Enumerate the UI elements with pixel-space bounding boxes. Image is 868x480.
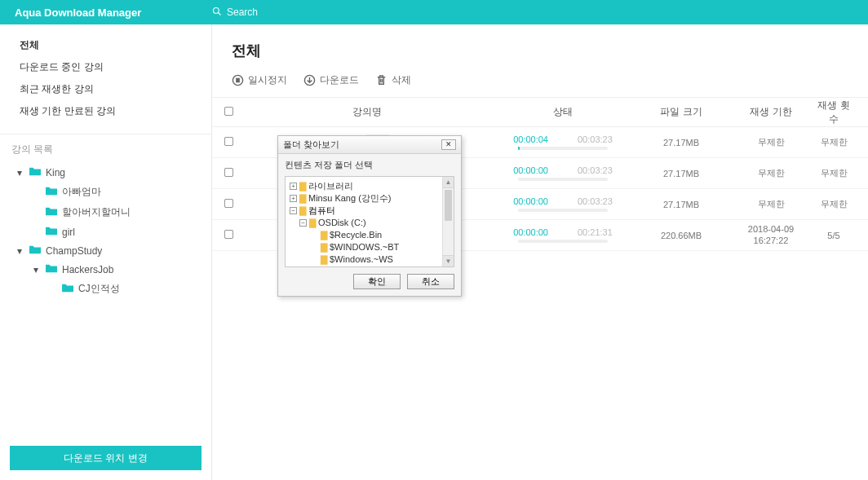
svg-point-0 (214, 7, 219, 13)
chevron-down-icon: ▾ (15, 167, 24, 178)
tree-node-king-child[interactable]: girl (0, 222, 211, 241)
tree-label: ChampStudy (46, 245, 102, 257)
folder-tree: ▾ King 아빠엄마 할아버지할머니 girl ▾ ChampStudy (0, 163, 211, 299)
total-time: 00:03:23 (578, 134, 613, 144)
file-size: 220.66MB (636, 231, 726, 240)
tree-node-king-child[interactable]: 아빠엄마 (0, 182, 211, 202)
file-size: 27.17MB (636, 138, 726, 148)
row-checkbox[interactable] (224, 137, 232, 146)
change-download-location-button[interactable]: 다운로드 위치 변경 (10, 446, 202, 470)
col-due: 재생 기한 (726, 106, 816, 117)
pause-label: 일시정지 (248, 73, 287, 87)
total-time: 00:03:23 (578, 165, 613, 175)
current-time: 00:00:04 (513, 134, 548, 144)
delete-button[interactable]: 삭제 (375, 73, 411, 87)
current-time: 00:00:00 (513, 227, 548, 237)
dialog-title: 폴더 찾아보기 (283, 139, 339, 151)
dlg-node-folder[interactable]: ▇$Windows.~WS (288, 253, 451, 266)
row-checkbox[interactable] (224, 199, 232, 208)
pause-button[interactable]: 일시정지 (232, 73, 287, 87)
progress-bar (518, 147, 608, 150)
tree-label: HackersJob (62, 264, 113, 275)
row-checkbox[interactable] (224, 230, 232, 239)
dlg-node-folder[interactable]: ▇$WINDOWS.~BT (288, 241, 451, 253)
folder-icon (29, 244, 41, 257)
col-status: 상태 (489, 105, 636, 119)
tree-node-king[interactable]: ▾ King (0, 163, 211, 182)
nav-list: 전체 다운로드 중인 강의 최근 재생한 강의 재생 기한 만료된 강의 (0, 24, 211, 134)
dlg-node-computer[interactable]: −▇컴퓨터 (288, 205, 451, 217)
folder-icon (46, 263, 57, 275)
progress-bar (518, 178, 608, 181)
page-title: 전체 (212, 24, 868, 73)
tree-label: 할아버지할머니 (62, 205, 131, 219)
tree-node-cj[interactable]: CJ인적성 (0, 279, 211, 299)
row-checkbox[interactable] (224, 168, 232, 177)
download-label: 다운로드 (320, 73, 359, 87)
folder-icon (62, 283, 73, 295)
svg-line-1 (219, 12, 221, 15)
svg-rect-3 (236, 78, 240, 83)
download-button[interactable]: 다운로드 (303, 73, 359, 87)
tree-label: CJ인적성 (78, 282, 120, 296)
col-count: 재생 횟수 (816, 99, 868, 126)
dialog-subtitle: 컨텐츠 저장 폴더 선택 (278, 154, 461, 176)
tree-label: 아빠엄마 (62, 185, 101, 199)
pause-icon (232, 74, 244, 86)
play-count: 무제한 (816, 136, 868, 148)
play-count: 무제한 (816, 167, 868, 179)
col-size: 파일 크기 (636, 105, 726, 119)
dlg-node-libraries[interactable]: +▇라이브러리 (288, 180, 451, 192)
toolbar: 일시정지 다운로드 삭제 (212, 73, 868, 98)
total-time: 00:03:23 (578, 196, 613, 206)
tree-node-king-child[interactable]: 할아버지할머니 (0, 202, 211, 222)
table-header: 강의명 상태 파일 크기 재생 기한 재생 횟수 (212, 98, 868, 127)
dlg-node-osdisk[interactable]: −▇OSDisk (C:) (288, 217, 451, 229)
dlg-node-user[interactable]: +▇Minsu Kang (강민수) (288, 192, 451, 205)
file-size: 27.17MB (636, 200, 726, 209)
tree-node-hackers[interactable]: ▾ HackersJob (0, 260, 211, 279)
scroll-down-icon[interactable]: ▼ (443, 255, 454, 266)
nav-item-expired[interactable]: 재생 기한 만료된 강의 (0, 100, 211, 122)
file-size: 27.17MB (636, 169, 726, 178)
dlg-node-folder[interactable]: ▇AdwCleaner (288, 266, 451, 267)
trash-icon (375, 74, 388, 86)
scroll-thumb[interactable] (445, 190, 452, 221)
chevron-down-icon: ▾ (15, 245, 24, 257)
dialog-folder-tree[interactable]: +▇라이브러리 +▇Minsu Kang (강민수) −▇컴퓨터 −▇OSDis… (285, 176, 454, 267)
folder-icon (46, 186, 57, 198)
progress-bar (518, 240, 608, 243)
app-brand: Aqua Download Manager (0, 7, 212, 19)
play-due: 2018-04-0916:27:22 (726, 224, 816, 245)
search-placeholder: Search (227, 7, 258, 18)
scrollbar[interactable]: ▲ ▼ (442, 177, 454, 266)
search-icon (212, 7, 222, 19)
tree-label: King (46, 167, 65, 178)
total-time: 00:21:31 (578, 227, 613, 237)
dlg-node-folder[interactable]: ▇$Recycle.Bin (288, 229, 451, 241)
tree-label: girl (62, 227, 75, 238)
current-time: 00:00:00 (513, 165, 548, 175)
nav-item-recent[interactable]: 최근 재생한 강의 (0, 78, 211, 100)
delete-label: 삭제 (392, 73, 411, 87)
close-icon[interactable]: ✕ (441, 139, 456, 150)
play-count: 5/5 (816, 231, 868, 240)
progress-bar (518, 209, 608, 212)
play-due: 무제한 (726, 168, 816, 178)
tree-node-champ[interactable]: ▾ ChampStudy (0, 241, 211, 260)
ok-button[interactable]: 확인 (353, 274, 401, 289)
chevron-down-icon: ▾ (31, 264, 41, 275)
play-due: 무제한 (726, 199, 816, 209)
search-input[interactable]: Search (212, 7, 258, 19)
play-count: 무제한 (816, 198, 868, 210)
folder-icon (29, 166, 41, 178)
select-all-checkbox[interactable] (224, 106, 232, 115)
nav-item-downloading[interactable]: 다운로드 중인 강의 (0, 56, 211, 78)
download-icon (303, 74, 316, 86)
col-title: 강의명 (245, 105, 489, 119)
cancel-button[interactable]: 취소 (407, 274, 454, 289)
folder-icon (46, 206, 57, 218)
nav-item-all[interactable]: 전체 (0, 34, 211, 56)
scroll-up-icon[interactable]: ▲ (443, 177, 454, 188)
folder-browse-dialog: 폴더 찾아보기 ✕ 컨텐츠 저장 폴더 선택 +▇라이브러리 +▇Minsu K… (277, 135, 462, 297)
